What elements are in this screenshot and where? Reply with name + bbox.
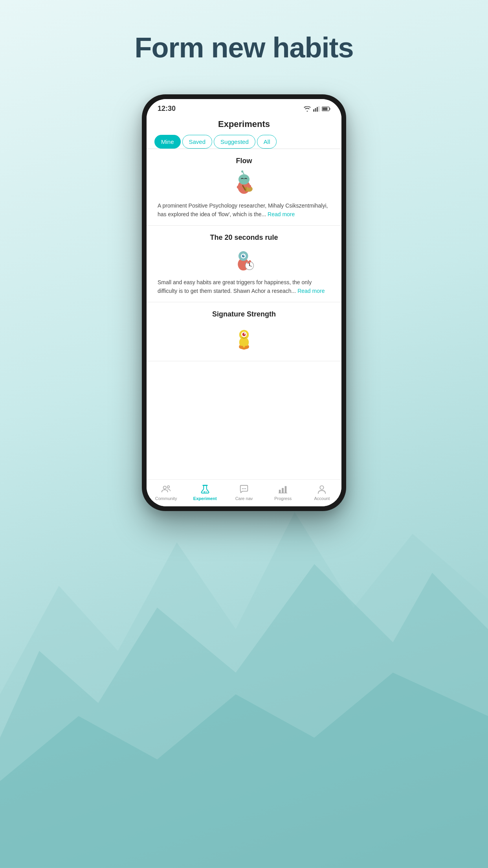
status-time: 12:30 (158, 105, 176, 113)
nav-label-account: Account (314, 496, 330, 501)
svg-point-33 (245, 346, 248, 348)
svg-rect-4 (315, 108, 316, 112)
nav-label-community: Community (155, 496, 177, 501)
svg-point-46 (320, 486, 324, 489)
experiment-card-signature[interactable]: Signature Strength (147, 302, 341, 361)
progress-icon (277, 484, 288, 495)
read-more-flow[interactable]: Read more (268, 211, 295, 217)
status-bar: 12:30 (147, 99, 341, 116)
card-desc-flow: A prominent Positive Psychology research… (158, 201, 330, 219)
svg-point-13 (241, 171, 243, 173)
tab-mine[interactable]: Mine (154, 135, 181, 149)
svg-rect-44 (285, 486, 287, 493)
svg-point-23 (244, 255, 245, 256)
nav-progress[interactable]: Progress (269, 484, 297, 501)
phone-screen: 12:30 (147, 99, 341, 506)
svg-point-38 (206, 492, 207, 493)
mascot-20seconds (158, 246, 330, 273)
nav-experiment[interactable]: Experiment (191, 484, 219, 501)
card-title-20seconds: The 20 seconds rule (158, 234, 330, 242)
svg-rect-8 (330, 108, 330, 110)
svg-marker-0 (0, 512, 488, 868)
nav-community[interactable]: Community (152, 484, 180, 501)
nav-care[interactable]: Care nav (230, 484, 258, 501)
nav-account[interactable]: Account (308, 484, 336, 501)
nav-label-progress: Progress (274, 496, 292, 501)
clock-monster-icon (230, 246, 258, 273)
app-header: Experiments (147, 116, 341, 135)
content-scroll[interactable]: Flow (147, 149, 341, 479)
nav-label-experiment: Experiment (193, 496, 217, 501)
battery-icon (322, 107, 330, 111)
card-title-flow: Flow (158, 157, 330, 165)
tab-all[interactable]: All (257, 135, 277, 149)
card-desc-20seconds: Small and easy habits are great triggers… (158, 278, 330, 296)
account-icon (316, 484, 327, 495)
app-header-title: Experiments (218, 119, 270, 129)
svg-marker-1 (0, 564, 488, 868)
svg-point-30 (242, 333, 246, 336)
svg-point-31 (244, 333, 246, 335)
tab-suggested[interactable]: Suggested (214, 135, 255, 149)
experiment-card-20seconds[interactable]: The 20 seconds rule (147, 226, 341, 302)
svg-rect-6 (319, 106, 320, 112)
community-icon (161, 484, 172, 495)
svg-point-32 (240, 346, 244, 348)
experiment-icon (200, 484, 211, 495)
read-more-20seconds[interactable]: Read more (297, 288, 325, 294)
care-nav-icon (238, 484, 250, 495)
mascot-flow (158, 169, 330, 197)
svg-point-40 (244, 488, 245, 489)
svg-marker-2 (0, 673, 488, 868)
experiment-card-flow[interactable]: Flow (147, 149, 341, 226)
svg-rect-42 (279, 490, 281, 493)
svg-point-39 (242, 488, 243, 489)
card-title-signature: Signature Strength (158, 310, 330, 318)
page-title: Form new habits (0, 0, 488, 64)
nav-label-care: Care nav (235, 496, 253, 501)
tab-saved[interactable]: Saved (182, 135, 213, 149)
svg-rect-3 (313, 109, 314, 112)
status-icons (304, 106, 330, 112)
wifi-icon (304, 106, 311, 112)
svg-point-37 (204, 491, 205, 493)
phone-frame: 12:30 (142, 94, 346, 511)
phone-container: 12:30 (142, 94, 346, 511)
svg-point-35 (167, 486, 169, 488)
svg-point-34 (163, 486, 166, 489)
signal-icon (313, 106, 319, 112)
guitar-monster-icon (230, 169, 258, 197)
svg-rect-9 (323, 107, 328, 110)
yellow-monster-icon (230, 322, 258, 350)
svg-point-11 (238, 174, 250, 184)
bottom-nav: Community Experiment (147, 479, 341, 506)
svg-rect-5 (317, 107, 318, 112)
svg-point-41 (245, 488, 246, 489)
mascot-signature (158, 322, 330, 350)
svg-rect-43 (282, 488, 284, 493)
tabs-row: Mine Saved Suggested All (147, 135, 341, 149)
